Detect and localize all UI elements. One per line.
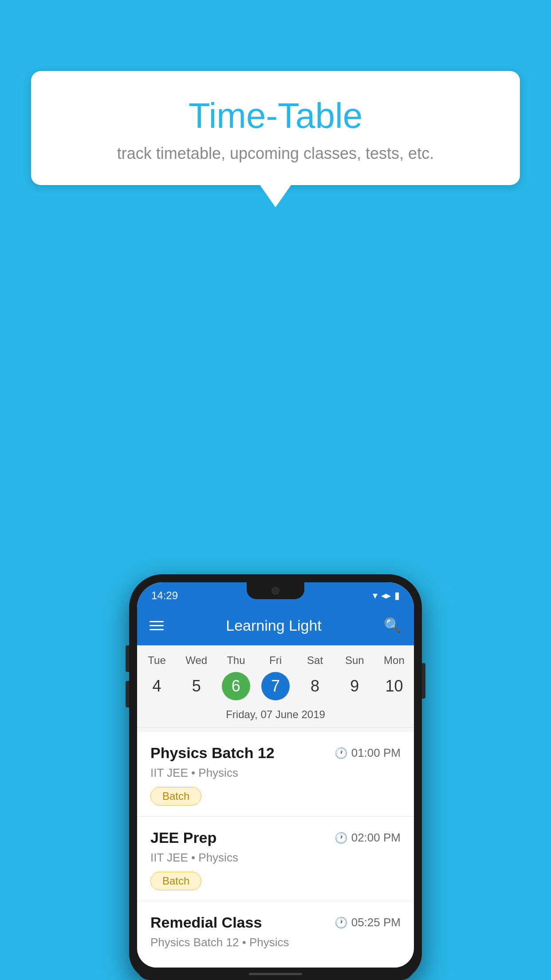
home-indicator (249, 973, 302, 975)
day-name-tue[interactable]: Tue (137, 654, 177, 667)
schedule-time-2: 🕐 02:00 PM (335, 831, 401, 845)
volume-down-button (126, 681, 129, 707)
calendar-week: Tue Wed Thu Fri Sat Sun Mon 4 5 6 7 8 9 … (137, 645, 414, 732)
day-name-mon[interactable]: Mon (374, 654, 414, 667)
volume-up-button (126, 645, 129, 672)
status-icons: ▾ ◂▸ ▮ (373, 590, 400, 601)
day-names-row: Tue Wed Thu Fri Sat Sun Mon (137, 654, 414, 667)
schedule-title-3: Remedial Class (150, 914, 262, 931)
clock-icon-2: 🕐 (335, 832, 348, 844)
app-title: Learning Light (173, 617, 375, 634)
schedule-meta-2: IIT JEE • Physics (150, 851, 401, 865)
app-bar: Learning Light 🔍 (137, 605, 414, 645)
phone-bottom (137, 968, 414, 980)
day-name-thu[interactable]: Thu (216, 654, 256, 667)
schedule-title-2: JEE Prep (150, 829, 216, 846)
bubble-subtitle: track timetable, upcoming classes, tests… (58, 144, 493, 163)
schedule-item-jee-prep[interactable]: JEE Prep 🕐 02:00 PM IIT JEE • Physics Ba… (137, 817, 414, 901)
phone-mockup: 14:29 ▾ ◂▸ ▮ Learning Light 🔍 (129, 574, 422, 980)
battery-icon: ▮ (394, 590, 400, 601)
day-number-5[interactable]: 5 (182, 672, 211, 700)
schedule-time-3: 🕐 05:25 PM (335, 916, 401, 929)
schedule-item-header-3: Remedial Class 🕐 05:25 PM (150, 914, 401, 931)
day-numbers-row: 4 5 6 7 8 9 10 (137, 672, 414, 700)
speech-bubble-section: Time-Table track timetable, upcoming cla… (31, 71, 520, 207)
day-number-6-today[interactable]: 6 (222, 672, 250, 700)
time-value-2: 02:00 PM (351, 831, 401, 845)
day-name-sun[interactable]: Sun (335, 654, 374, 667)
power-button (422, 663, 425, 699)
schedule-item-physics-batch[interactable]: Physics Batch 12 🕐 01:00 PM IIT JEE • Ph… (137, 732, 414, 817)
selected-date-label: Friday, 07 June 2019 (137, 704, 414, 727)
bubble-arrow (260, 185, 291, 207)
schedule-item-remedial[interactable]: Remedial Class 🕐 05:25 PM Physics Batch … (137, 901, 414, 968)
schedule-item-header-2: JEE Prep 🕐 02:00 PM (150, 829, 401, 846)
schedule-item-header-1: Physics Batch 12 🕐 01:00 PM (150, 744, 401, 762)
schedule-meta-1: IIT JEE • Physics (150, 766, 401, 780)
schedule-meta-3: Physics Batch 12 • Physics (150, 936, 401, 949)
bubble-title: Time-Table (58, 95, 493, 136)
day-name-sat[interactable]: Sat (295, 654, 335, 667)
schedule-time-1: 🕐 01:00 PM (335, 746, 401, 760)
phone-screen: 14:29 ▾ ◂▸ ▮ Learning Light 🔍 (137, 582, 414, 968)
status-time: 14:29 (151, 589, 178, 602)
speech-bubble-card: Time-Table track timetable, upcoming cla… (31, 71, 520, 185)
phone-frame: 14:29 ▾ ◂▸ ▮ Learning Light 🔍 (129, 574, 422, 980)
schedule-title-1: Physics Batch 12 (150, 744, 275, 762)
batch-badge-2: Batch (150, 872, 201, 890)
day-name-fri[interactable]: Fri (256, 654, 295, 667)
wifi-icon: ▾ (373, 590, 378, 601)
day-number-4[interactable]: 4 (143, 672, 171, 700)
signal-icon: ◂▸ (381, 590, 391, 601)
camera-dot (272, 587, 279, 595)
time-value-1: 01:00 PM (351, 746, 401, 760)
day-number-10[interactable]: 10 (380, 672, 408, 700)
day-number-9[interactable]: 9 (340, 672, 369, 700)
menu-icon[interactable] (150, 621, 164, 630)
day-number-8[interactable]: 8 (301, 672, 329, 700)
clock-icon-3: 🕐 (335, 917, 348, 929)
time-value-3: 05:25 PM (351, 916, 401, 929)
phone-notch (247, 582, 304, 599)
batch-badge-1: Batch (150, 787, 201, 806)
search-icon[interactable]: 🔍 (384, 617, 401, 634)
schedule-list: Physics Batch 12 🕐 01:00 PM IIT JEE • Ph… (137, 732, 414, 968)
day-name-wed[interactable]: Wed (177, 654, 216, 667)
clock-icon-1: 🕐 (335, 747, 348, 759)
day-number-7-selected[interactable]: 7 (261, 672, 290, 700)
